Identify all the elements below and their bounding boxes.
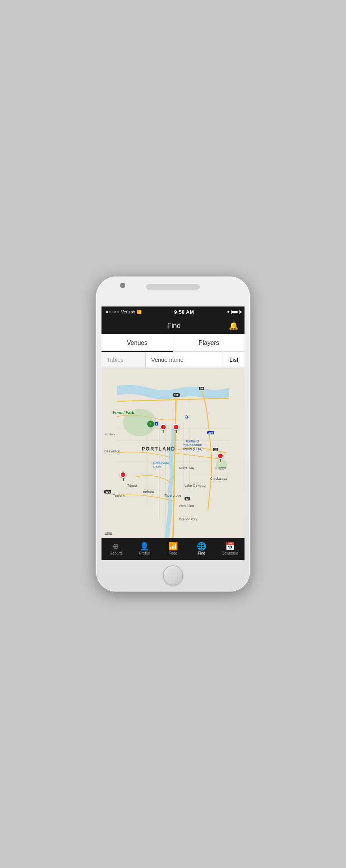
pin-stem-2 (176, 430, 177, 433)
shield-26: 26 (213, 448, 218, 451)
screen: Verizon 📶 9:58 AM ★ Find 🔔 Venues (101, 306, 245, 560)
airport-icon: ✈ (185, 414, 190, 421)
legal-link[interactable]: Legal (105, 531, 112, 535)
camera (120, 283, 125, 288)
phone-device: Verizon 📶 9:58 AM ★ Find 🔔 Venues (96, 277, 250, 591)
pin-stem-1 (163, 430, 164, 433)
signal-dot-2 (109, 311, 111, 313)
schedule-label: Schedule (222, 551, 238, 555)
shield-99e: 99E (173, 393, 180, 397)
shield-5: 5 (155, 422, 158, 426)
filter-list-button[interactable]: List (223, 352, 245, 368)
signal-dot-1 (106, 311, 108, 313)
nav-bar: Find 🔔 (101, 317, 245, 334)
carrier-label: Verizon (121, 310, 135, 314)
shield-14: 14 (199, 387, 204, 390)
nav-title: Find (167, 322, 181, 330)
shield-43: 43 (185, 497, 190, 500)
find-icon: 🌐 (197, 542, 206, 550)
svg-point-12 (216, 459, 227, 470)
pin-circle-2 (173, 424, 179, 430)
signal-dot-5 (117, 311, 119, 313)
status-left: Verizon 📶 (106, 310, 141, 314)
tab-bar: Venues Players (101, 334, 245, 352)
wifi-icon: 📶 (137, 310, 141, 314)
tab-venues[interactable]: Venues (101, 334, 173, 351)
schedule-icon: 📅 (225, 542, 235, 550)
signal-dot-4 (114, 311, 116, 313)
pin-stem-4 (123, 478, 124, 481)
pin-circle-4 (120, 472, 126, 478)
profile-label: Profile (139, 551, 150, 555)
svg-line-1 (117, 398, 229, 401)
notification-icon[interactable]: 🔔 (229, 321, 238, 330)
map-pin-3[interactable] (217, 453, 224, 460)
home-button[interactable] (163, 565, 183, 585)
profile-icon: 👤 (140, 542, 149, 550)
tab-schedule[interactable]: 📅 Schedule (216, 542, 245, 555)
map-background: Forest Park PORTLAND PortlandInternation… (101, 368, 245, 538)
shield-205: 205 (207, 431, 214, 434)
tab-find[interactable]: 🌐 Find (187, 542, 216, 555)
tab-record[interactable]: ⊕ Record (101, 542, 130, 555)
record-label: Record (110, 551, 122, 555)
tab-feed[interactable]: 📶 Feed (159, 542, 187, 555)
pin-stem-3 (220, 459, 221, 462)
status-time: 9:58 AM (174, 309, 194, 315)
battery-icon (231, 310, 240, 314)
speaker (146, 284, 200, 290)
bottom-tab-bar: ⊕ Record 👤 Profile 📶 Feed 🌐 Find 📅 Sched… (101, 538, 245, 560)
map-pin-1[interactable] (160, 424, 167, 431)
signal-dot-3 (111, 311, 113, 313)
feed-label: Feed (169, 551, 178, 555)
pin-circle-3 (217, 453, 223, 459)
map-area[interactable]: Forest Park PORTLAND PortlandInternation… (101, 368, 245, 538)
shield-210: 210 (104, 490, 111, 494)
status-right: ★ (227, 310, 240, 314)
find-label: Find (198, 551, 205, 555)
feed-icon: 📶 (168, 542, 178, 550)
map-pin-4[interactable] (120, 472, 127, 479)
map-pin-2[interactable] (173, 424, 180, 431)
tab-players[interactable]: Players (173, 334, 245, 351)
bluetooth-icon: ★ (227, 310, 230, 314)
record-icon: ⊕ (113, 542, 119, 550)
battery-fill (232, 311, 238, 313)
tab-profile[interactable]: 👤 Profile (130, 542, 158, 555)
signal-dots (106, 311, 119, 313)
filter-tables[interactable]: Tables (101, 356, 145, 363)
status-bar: Verizon 📶 9:58 AM ★ (101, 306, 245, 317)
pin-circle-1 (160, 424, 166, 430)
green-marker: ↑ (147, 421, 154, 427)
filter-bar: Tables Venue name List (101, 352, 245, 368)
filter-venue[interactable]: Venue name (145, 352, 223, 368)
